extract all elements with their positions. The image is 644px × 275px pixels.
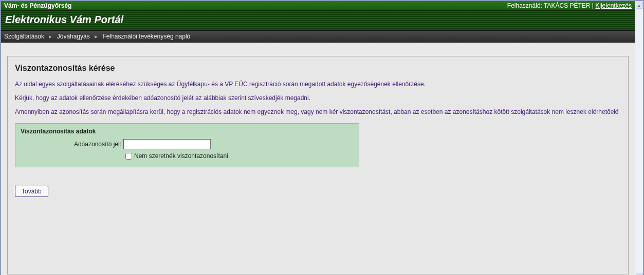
crumb-0[interactable]: Szolgáltatások <box>4 33 44 40</box>
topbar: Vám- és Pénzügyőrség Felhasználó: TAKÁCS… <box>1 1 635 11</box>
no-reidentify-checkbox[interactable] <box>125 153 132 160</box>
scroll-down-icon[interactable]: ▾ <box>636 273 643 275</box>
app-title: Elektronikus Vám Portál <box>1 11 635 30</box>
org-name: Vám- és Pénzügyőrség <box>4 2 71 9</box>
page-title: Viszontazonosítás kérése <box>15 64 621 73</box>
breadcrumb: Szolgáltatások ▸ Jóváhagyás ▸ Felhasznál… <box>1 30 635 43</box>
vertical-scrollbar[interactable]: ▴ ▾ <box>635 1 643 275</box>
user-name: TAKÁCS PÉTER <box>544 2 590 9</box>
content-panel: Viszontazonosítás kérése Az oldal egyes … <box>7 56 629 274</box>
taxid-input[interactable] <box>123 139 211 149</box>
crumb-1[interactable]: Jóváhagyás <box>57 33 90 40</box>
chevron-right-icon: ▸ <box>95 33 98 40</box>
chevron-right-icon: ▸ <box>49 33 52 40</box>
user-label: Felhasználó: <box>507 2 542 9</box>
reidentify-fieldset: Viszontazonosítás adatok Adóazonosító je… <box>15 123 359 167</box>
crumb-2[interactable]: Felhasználói tevékenység napló <box>102 33 190 40</box>
fieldset-legend: Viszontazonosítás adatok <box>21 128 354 135</box>
intro-para-3: Amennyiben az azonosítás során megállapí… <box>15 108 621 116</box>
scroll-up-icon[interactable]: ▴ <box>636 2 643 9</box>
taxid-label: Adóazonosító jel: <box>21 141 123 148</box>
intro-para-2: Kérjük, hogy az adatok ellenőrzése érdek… <box>15 94 621 103</box>
continue-button[interactable]: Tovább <box>15 186 48 197</box>
user-block: Felhasználó: TAKÁCS PÉTER | Kijelentkezé… <box>507 2 632 9</box>
no-reidentify-label[interactable]: Nem szeretnék viszontazonosítani <box>134 152 228 160</box>
intro-para-1: Az oldal egyes szolgáltatásainak elérésé… <box>15 80 621 89</box>
logout-link[interactable]: Kijelentkezés <box>595 2 632 9</box>
